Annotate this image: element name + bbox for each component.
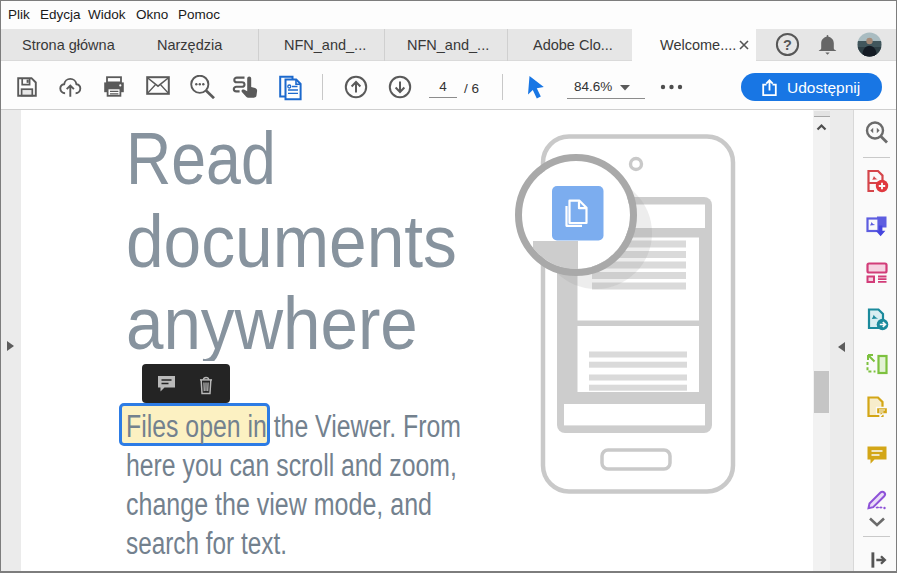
svg-text:?: ? (783, 37, 792, 53)
